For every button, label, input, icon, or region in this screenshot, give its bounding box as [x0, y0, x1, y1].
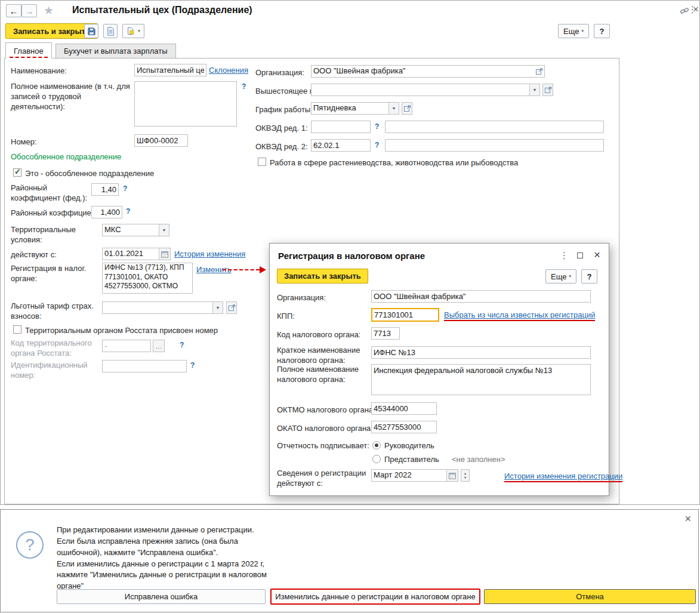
short-name-input[interactable]: [371, 346, 591, 359]
notification-close-icon[interactable]: ×: [684, 513, 691, 525]
dialog-close-icon[interactable]: ×: [594, 248, 600, 261]
preferential-open-button[interactable]: [226, 301, 237, 314]
reg-from-spinner[interactable]: ▴▾: [461, 469, 470, 482]
history-link[interactable]: История изменения: [174, 249, 245, 258]
separate-section-heading: Обособленное подразделение: [11, 152, 121, 162]
id-number-help[interactable]: ?: [190, 361, 195, 369]
more-button[interactable]: Еще ▾: [558, 24, 589, 38]
name-input[interactable]: [134, 64, 206, 76]
oktmo-input[interactable]: [371, 402, 437, 415]
rosstat-code-input[interactable]: [102, 340, 151, 352]
forward-button[interactable]: →: [21, 4, 37, 17]
dialog-organization-input[interactable]: [371, 290, 591, 303]
signer-director-label[interactable]: Руководитель: [384, 441, 434, 451]
tab-main-label: Главное: [14, 47, 44, 56]
coef-input[interactable]: [91, 206, 122, 218]
help-button[interactable]: ?: [594, 24, 610, 38]
territory-combo[interactable]: МКС ▼: [102, 224, 169, 236]
preferential-label: Льготный тариф страх. взносов:: [11, 301, 100, 321]
tax-code-input[interactable]: [371, 327, 400, 340]
agriculture-checkbox-label[interactable]: Работа в сфере растениеводства, животнов…: [270, 158, 518, 168]
floppy-icon: [87, 27, 96, 36]
dialog-more-button[interactable]: Еще ▾: [545, 269, 576, 284]
reg-from-value: Март 2022: [372, 470, 446, 481]
schedule-dropdown-icon[interactable]: ▼: [388, 103, 399, 114]
okved1-name-input[interactable]: [385, 121, 604, 133]
notification-text: При редактировании изменили данные о рег…: [57, 525, 267, 592]
parent-dept-dropdown-icon[interactable]: ▼: [529, 84, 539, 96]
valid-from-label: действуют с:: [11, 249, 57, 260]
document-icon-button[interactable]: [103, 24, 118, 38]
organization-field[interactable]: ООО "Швейная фабрика": [311, 65, 545, 78]
agriculture-checkbox[interactable]: [258, 158, 266, 166]
schedule-open-button[interactable]: [402, 102, 412, 115]
save-icon-button[interactable]: [84, 24, 98, 38]
rosstat-code-help[interactable]: ?: [180, 341, 184, 349]
close-icon[interactable]: ×: [693, 4, 699, 16]
coef-fed-input[interactable]: [91, 183, 119, 196]
dialog-full-name-textarea[interactable]: Инспекция федеральной налоговой службы №…: [371, 364, 591, 395]
declension-link[interactable]: Склонения: [209, 66, 248, 75]
coef-fed-help[interactable]: ?: [123, 184, 127, 193]
favorite-star-icon[interactable]: ★: [44, 4, 54, 17]
valid-from-date-field[interactable]: 01.01.2021: [102, 248, 171, 260]
separate-checkbox[interactable]: [13, 168, 21, 177]
tab-main[interactable]: Главное: [5, 42, 52, 58]
number-label: Номер:: [11, 137, 37, 147]
signer-label: Отчетность подписывает:: [277, 441, 369, 451]
screen: { "colors": { "accent_yellow": "#ffe030"…: [0, 0, 700, 613]
annotation-arrow-line: [223, 269, 260, 270]
spinner-up-icon: ▴: [464, 472, 466, 476]
preferential-combo[interactable]: ▼: [102, 301, 223, 314]
tab-accounting-label: Бухучет и выплата зарплаты: [64, 47, 168, 56]
select-known-registrations-link[interactable]: Выбрать из числа известных регистраций: [444, 310, 595, 321]
parent-dept-combo[interactable]: ▼: [311, 84, 540, 96]
okato-input[interactable]: [371, 421, 437, 433]
full-name-help[interactable]: ?: [242, 82, 246, 91]
preferential-dropdown-icon[interactable]: ▼: [212, 302, 223, 313]
schedule-combo[interactable]: Пятидневка ▼: [311, 102, 399, 115]
signer-director-radio[interactable]: [372, 441, 381, 449]
dialog-maximize-icon[interactable]: [577, 252, 583, 258]
territory-dropdown-icon[interactable]: ▼: [159, 224, 169, 236]
okved2-name-input[interactable]: [385, 139, 604, 152]
back-button[interactable]: ←: [6, 4, 21, 17]
tab-accounting[interactable]: Бухучет и выплата зарплаты: [55, 44, 176, 58]
dialog-help-button[interactable]: ?: [581, 269, 597, 284]
parent-dept-open-button[interactable]: [542, 84, 553, 96]
registration-history-link[interactable]: История изменения регистрации: [504, 472, 622, 482]
document-icon: [106, 27, 115, 36]
okved2-code-input[interactable]: [311, 139, 371, 152]
organization-open-icon[interactable]: [534, 66, 544, 77]
dialog-more-menu-icon[interactable]: ⋮: [560, 250, 569, 261]
signer-representative-radio[interactable]: [372, 455, 381, 463]
signer-representative-label[interactable]: Представитель: [384, 454, 439, 464]
coef-help[interactable]: ?: [126, 207, 130, 215]
number-input[interactable]: [134, 134, 188, 147]
data-changed-button[interactable]: Изменились данные о регистрации в налого…: [270, 589, 480, 605]
okved1-code-input[interactable]: [311, 121, 371, 133]
okved2-help[interactable]: ?: [375, 141, 379, 149]
annotation-arrow-head: [260, 266, 266, 273]
reg-from-calendar-icon[interactable]: [446, 470, 458, 481]
okato-label: ОКАТО налогового органа:: [277, 423, 373, 433]
representative-empty-hint: <не заполнен>: [452, 454, 505, 464]
dropdown-caret-icon: ▾: [581, 29, 584, 33]
id-number-input[interactable]: [102, 360, 187, 372]
short-name-label: Краткое наименование налогового органа:: [277, 345, 369, 365]
cancel-button[interactable]: Отмена: [484, 589, 696, 604]
reg-from-date-field[interactable]: Март 2022: [371, 469, 458, 482]
rosstat-checkbox-label[interactable]: Территориальным органом Росстата присвое…: [25, 325, 218, 335]
okved1-help[interactable]: ?: [375, 122, 379, 131]
calendar-icon[interactable]: [159, 248, 170, 260]
create-based-on-button[interactable]: ▾: [122, 24, 144, 38]
create-based-on-icon: [127, 27, 134, 35]
okved1-label: ОКВЭД ред. 1:: [255, 123, 308, 133]
rosstat-code-picker-button[interactable]: …: [153, 340, 165, 352]
full-name-textarea[interactable]: [134, 81, 237, 127]
kpp-input[interactable]: [371, 308, 439, 322]
separate-checkbox-label[interactable]: Это - обособленное подразделение: [25, 168, 154, 178]
fixed-error-button[interactable]: Исправлена ошибка: [57, 589, 266, 604]
rosstat-checkbox[interactable]: [13, 325, 21, 334]
dialog-save-and-close-button[interactable]: Записать и закрыть: [277, 269, 368, 284]
